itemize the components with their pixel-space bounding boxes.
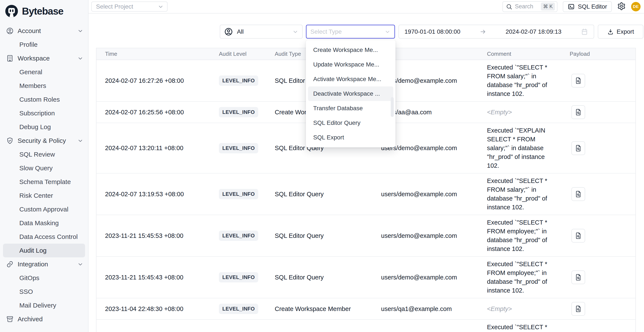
chevron-down-icon bbox=[292, 29, 298, 35]
sidebar-item-custom-roles[interactable]: Custom Roles bbox=[0, 93, 88, 106]
cell-comment: Executed `"SELECT * FROM employee;"` in … bbox=[487, 257, 570, 298]
type-filter-select[interactable]: Select Type bbox=[306, 25, 395, 39]
dropdown-option-sql-export[interactable]: SQL Export bbox=[308, 130, 393, 145]
sidebar-item-security-policy[interactable]: Security & Policy bbox=[0, 134, 88, 148]
download-icon bbox=[607, 28, 614, 35]
cell-time: 2024-02-07 13:20:11 +08:00 bbox=[96, 145, 219, 152]
cell-time: 2023-11-21 15:45:43 +08:00 bbox=[96, 274, 219, 281]
cell-comment: <Empty> bbox=[487, 302, 570, 316]
cell-actor: users/demo@example.com bbox=[381, 232, 487, 239]
link-icon bbox=[6, 260, 14, 268]
sidebar-item-general[interactable]: General bbox=[0, 65, 88, 79]
actor-filter-value: All bbox=[237, 28, 244, 35]
sidebar-item-custom-approval[interactable]: Custom Approval bbox=[0, 202, 88, 216]
search-shortcut-badge: ⌘ K bbox=[541, 2, 555, 10]
sidebar-item-schema-template[interactable]: Schema Template bbox=[0, 175, 88, 189]
sidebar-item-label: Integration bbox=[18, 261, 74, 268]
settings-gear-button[interactable] bbox=[617, 2, 626, 11]
sidebar-item-label: Debug Log bbox=[19, 123, 83, 131]
chevron-down-icon bbox=[384, 29, 390, 35]
payload-view-button[interactable] bbox=[572, 229, 585, 243]
date-range-picker[interactable]: 1970-01-01 08:00:00 2024-02-07 18:09:13 bbox=[398, 25, 594, 39]
column-header-audit-level: Audit Level bbox=[219, 51, 275, 57]
payload-view-button[interactable] bbox=[572, 270, 585, 284]
cell-comment: <Empty> bbox=[487, 105, 570, 120]
sidebar-item-label: Members bbox=[19, 82, 83, 89]
sidebar-item-data-access-control[interactable]: Data Access Control bbox=[0, 230, 88, 244]
cell-actor: users/aa@aa.com bbox=[381, 109, 487, 116]
sidebar-item-debug-log[interactable]: Debug Log bbox=[0, 120, 88, 134]
cell-time: 2024-02-07 16:27:26 +08:00 bbox=[96, 77, 219, 84]
sidebar-item-data-masking[interactable]: Data Masking bbox=[0, 216, 88, 230]
sidebar-item-sso[interactable]: SSO bbox=[0, 285, 88, 299]
cell-audit-level: LEVEL_INFO bbox=[219, 75, 275, 86]
dropdown-option-create-workspace-me[interactable]: Create Workspace Me... bbox=[308, 43, 393, 57]
sidebar-item-profile[interactable]: Profile bbox=[0, 38, 88, 51]
comment-text: Executed `"SELECT * FROM employee;"` in … bbox=[487, 260, 556, 295]
calendar-icon bbox=[581, 28, 588, 35]
archive-icon bbox=[6, 315, 14, 323]
cell-audit-type: SQL Editor Query bbox=[275, 232, 381, 239]
avatar-initials: DE bbox=[633, 4, 639, 9]
sidebar-item-audit-log[interactable]: Audit Log bbox=[3, 244, 85, 257]
sidebar-item-label: Security & Policy bbox=[18, 137, 74, 144]
cell-actor: users/qa1@example.com bbox=[381, 305, 487, 313]
cell-time: 2023-11-21 15:45:53 +08:00 bbox=[96, 232, 219, 239]
export-button[interactable]: Export bbox=[598, 25, 643, 39]
dropdown-option-activate-workspace-me[interactable]: Activate Workspace Me... bbox=[308, 72, 393, 86]
table-row: 2024-02-07 13:19:53 +08:00LEVEL_INFOSQL … bbox=[96, 173, 636, 215]
payload-view-button[interactable] bbox=[572, 74, 585, 88]
chevron-down-icon bbox=[158, 4, 164, 10]
table-row: 2023-11-04 21:26:24 +08:00LEVEL_INFOSQL … bbox=[96, 320, 636, 332]
brand-logo[interactable]: Bytebase bbox=[0, 0, 88, 18]
cell-audit-type: Create Workspace Member bbox=[275, 305, 381, 313]
sidebar-item-archived[interactable]: Archived bbox=[0, 312, 88, 326]
sidebar-item-integration[interactable]: Integration bbox=[0, 257, 88, 271]
search-placeholder: Search bbox=[515, 3, 533, 10]
cell-comment: Executed `"SELECT * FROM salary;"` in da… bbox=[487, 60, 570, 101]
sidebar-item-risk-center[interactable]: Risk Center bbox=[0, 189, 88, 202]
payload-view-button[interactable] bbox=[572, 105, 585, 119]
dropdown-scrollbar[interactable] bbox=[391, 97, 394, 117]
cell-audit-level: LEVEL_INFO bbox=[219, 304, 275, 314]
sidebar-item-label: SSO bbox=[19, 288, 83, 295]
dropdown-option-sql-editor-query[interactable]: SQL Editor Query bbox=[308, 116, 393, 130]
date-to-value: 2024-02-07 18:09:13 bbox=[506, 28, 562, 35]
payload-view-button[interactable] bbox=[572, 302, 585, 316]
sql-editor-button[interactable]: SQL Editor bbox=[563, 1, 612, 12]
actor-filter-select[interactable]: All bbox=[220, 25, 303, 39]
sidebar-item-label: Slow Query bbox=[19, 165, 83, 172]
payload-view-button[interactable] bbox=[572, 187, 585, 201]
dropdown-option-deactivate-workspace[interactable]: Deactivate Workspace ... bbox=[308, 86, 393, 101]
sidebar-item-slow-query[interactable]: Slow Query bbox=[0, 161, 88, 175]
level-badge: LEVEL_INFO bbox=[219, 107, 258, 117]
dropdown-option-update-workspace-me[interactable]: Update Workspace Me... bbox=[308, 57, 393, 72]
level-badge: LEVEL_INFO bbox=[219, 189, 258, 199]
sidebar-item-label: Custom Roles bbox=[19, 96, 83, 103]
dropdown-option-transfer-database[interactable]: Transfer Database bbox=[308, 101, 393, 116]
cell-payload bbox=[570, 229, 636, 243]
sidebar-item-members[interactable]: Members bbox=[0, 79, 88, 93]
bytebase-logo-icon bbox=[5, 4, 18, 18]
level-badge: LEVEL_INFO bbox=[219, 231, 258, 241]
user-circle-icon bbox=[6, 27, 14, 35]
sidebar-item-mail-delivery[interactable]: Mail Delivery bbox=[0, 299, 88, 312]
cell-payload bbox=[570, 141, 636, 155]
sidebar-item-label: SQL Review bbox=[19, 151, 83, 158]
avatar[interactable]: DE bbox=[631, 2, 640, 11]
sidebar-item-label: Custom Approval bbox=[19, 206, 83, 213]
sidebar-item-workspace[interactable]: Workspace bbox=[0, 51, 88, 65]
sidebar-item-gitops[interactable]: GitOps bbox=[0, 271, 88, 285]
sidebar-item-account[interactable]: Account bbox=[0, 24, 88, 38]
search-input[interactable]: Search ⌘ K bbox=[502, 1, 558, 12]
sidebar-item-label: Workspace bbox=[18, 55, 74, 62]
column-header-payload: Payload bbox=[570, 51, 636, 57]
cell-audit-level: LEVEL_INFO bbox=[219, 231, 275, 241]
project-select[interactable]: Select Project bbox=[91, 1, 168, 11]
sidebar-item-sql-review[interactable]: SQL Review bbox=[0, 148, 88, 161]
chevron-down-icon bbox=[77, 55, 83, 61]
payload-view-button[interactable] bbox=[572, 141, 585, 155]
level-badge: LEVEL_INFO bbox=[219, 304, 258, 314]
sidebar-item-subscription[interactable]: Subscription bbox=[0, 106, 88, 120]
topbar: Select Project Search ⌘ K SQL Editor DE bbox=[88, 0, 644, 13]
